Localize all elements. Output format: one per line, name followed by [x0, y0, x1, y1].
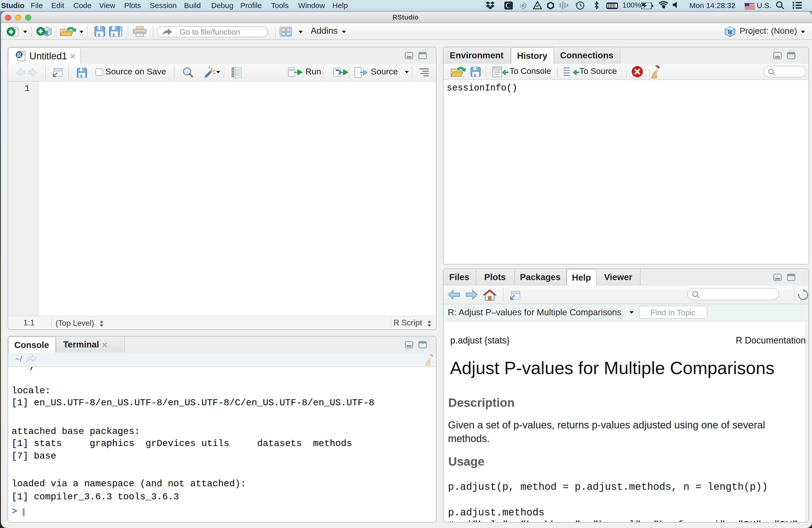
- svg-text:R: R: [44, 30, 48, 36]
- svg-text:R: R: [728, 28, 733, 35]
- svg-text:R: R: [17, 52, 21, 58]
